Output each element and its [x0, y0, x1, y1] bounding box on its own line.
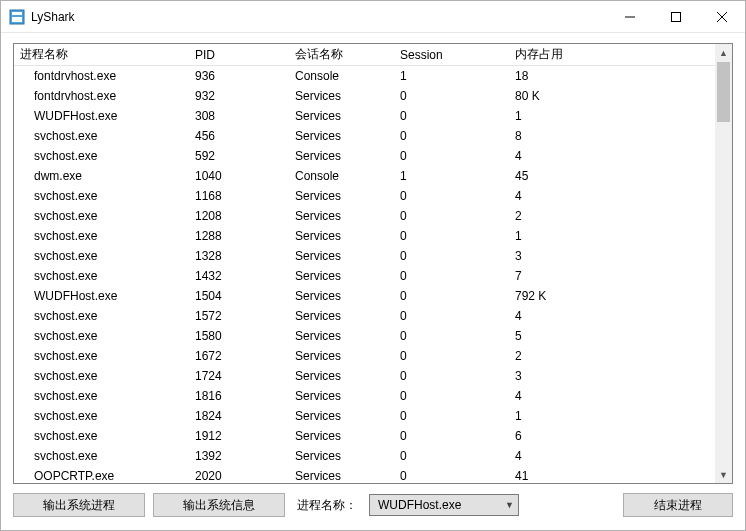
- table-row[interactable]: svchost.exe1816Services04: [14, 386, 732, 406]
- cell-name: svchost.exe: [14, 129, 189, 143]
- table-row[interactable]: svchost.exe1672Services02: [14, 346, 732, 366]
- table-row[interactable]: svchost.exe1580Services05: [14, 326, 732, 346]
- cell-pid: 1724: [189, 369, 289, 383]
- table-row[interactable]: svchost.exe1168Services04: [14, 186, 732, 206]
- maximize-button[interactable]: [653, 1, 699, 33]
- col-memory[interactable]: 内存占用: [509, 46, 699, 63]
- cell-session-name: Services: [289, 449, 394, 463]
- svg-rect-4: [672, 12, 681, 21]
- cell-session: 0: [394, 129, 509, 143]
- cell-name: WUDFHost.exe: [14, 289, 189, 303]
- output-info-button[interactable]: 输出系统信息: [153, 493, 285, 517]
- col-session[interactable]: Session: [394, 48, 509, 62]
- table-row[interactable]: WUDFHost.exe1504Services0792 K: [14, 286, 732, 306]
- process-list[interactable]: 进程名称 PID 会话名称 Session 内存占用 fontdrvhost.e…: [13, 43, 733, 484]
- titlebar: LyShark: [1, 1, 745, 33]
- cell-name: OOPCRTP.exe: [14, 469, 189, 483]
- cell-session-name: Services: [289, 369, 394, 383]
- client-area: 进程名称 PID 会话名称 Session 内存占用 fontdrvhost.e…: [1, 33, 745, 530]
- cell-session: 0: [394, 449, 509, 463]
- cell-session: 0: [394, 329, 509, 343]
- cell-session-name: Services: [289, 129, 394, 143]
- cell-memory: 41: [509, 469, 699, 483]
- scroll-down-icon[interactable]: ▼: [715, 466, 732, 483]
- cell-session-name: Services: [289, 409, 394, 423]
- cell-session-name: Services: [289, 89, 394, 103]
- cell-pid: 456: [189, 129, 289, 143]
- column-headers: 进程名称 PID 会话名称 Session 内存占用: [14, 44, 732, 66]
- cell-memory: 5: [509, 329, 699, 343]
- table-row[interactable]: OOPCRTP.exe2020Services041: [14, 466, 732, 483]
- cell-session-name: Services: [289, 309, 394, 323]
- chevron-down-icon: ▼: [505, 500, 514, 510]
- cell-session-name: Services: [289, 209, 394, 223]
- cell-session: 0: [394, 249, 509, 263]
- table-row[interactable]: fontdrvhost.exe936Console118: [14, 66, 732, 86]
- table-row[interactable]: svchost.exe1208Services02: [14, 206, 732, 226]
- cell-pid: 1392: [189, 449, 289, 463]
- cell-memory: 4: [509, 149, 699, 163]
- cell-session: 0: [394, 409, 509, 423]
- table-row[interactable]: svchost.exe1824Services01: [14, 406, 732, 426]
- end-process-button[interactable]: 结束进程: [623, 493, 733, 517]
- table-row[interactable]: dwm.exe1040Console145: [14, 166, 732, 186]
- cell-session-name: Services: [289, 349, 394, 363]
- cell-session-name: Services: [289, 109, 394, 123]
- cell-name: svchost.exe: [14, 449, 189, 463]
- output-process-button[interactable]: 输出系统进程: [13, 493, 145, 517]
- table-row[interactable]: svchost.exe1912Services06: [14, 426, 732, 446]
- process-combobox[interactable]: WUDFHost.exe ▼: [369, 494, 519, 516]
- table-row[interactable]: svchost.exe1288Services01: [14, 226, 732, 246]
- cell-memory: 4: [509, 309, 699, 323]
- col-name[interactable]: 进程名称: [14, 46, 189, 63]
- cell-name: svchost.exe: [14, 409, 189, 423]
- table-row[interactable]: svchost.exe456Services08: [14, 126, 732, 146]
- cell-session: 0: [394, 269, 509, 283]
- cell-name: dwm.exe: [14, 169, 189, 183]
- scroll-up-icon[interactable]: ▲: [715, 44, 732, 61]
- cell-memory: 4: [509, 449, 699, 463]
- svg-rect-1: [12, 12, 22, 15]
- table-row[interactable]: svchost.exe1328Services03: [14, 246, 732, 266]
- cell-pid: 1328: [189, 249, 289, 263]
- table-row[interactable]: fontdrvhost.exe932Services080 K: [14, 86, 732, 106]
- table-row[interactable]: svchost.exe1392Services04: [14, 446, 732, 466]
- col-session-name[interactable]: 会话名称: [289, 46, 394, 63]
- cell-memory: 4: [509, 389, 699, 403]
- cell-pid: 936: [189, 69, 289, 83]
- cell-memory: 2: [509, 349, 699, 363]
- rows-area: fontdrvhost.exe936Console118fontdrvhost.…: [14, 66, 732, 483]
- cell-memory: 3: [509, 249, 699, 263]
- app-icon: [9, 9, 25, 25]
- cell-pid: 1040: [189, 169, 289, 183]
- cell-name: svchost.exe: [14, 389, 189, 403]
- svg-line-5: [717, 12, 727, 22]
- cell-session-name: Console: [289, 69, 394, 83]
- cell-pid: 1572: [189, 309, 289, 323]
- scroll-thumb[interactable]: [717, 62, 730, 122]
- table-row[interactable]: WUDFHost.exe308Services01: [14, 106, 732, 126]
- vertical-scrollbar[interactable]: ▲ ▼: [715, 44, 732, 483]
- cell-pid: 592: [189, 149, 289, 163]
- col-pid[interactable]: PID: [189, 48, 289, 62]
- cell-pid: 1432: [189, 269, 289, 283]
- cell-session: 0: [394, 209, 509, 223]
- cell-session-name: Services: [289, 289, 394, 303]
- cell-session: 0: [394, 289, 509, 303]
- close-button[interactable]: [699, 1, 745, 33]
- cell-memory: 80 K: [509, 89, 699, 103]
- cell-session: 0: [394, 469, 509, 483]
- svg-line-6: [717, 12, 727, 22]
- bottom-toolbar: 输出系统进程 输出系统信息 进程名称： WUDFHost.exe ▼ 结束进程: [13, 492, 733, 518]
- table-row[interactable]: svchost.exe1572Services04: [14, 306, 732, 326]
- minimize-button[interactable]: [607, 1, 653, 33]
- cell-name: svchost.exe: [14, 209, 189, 223]
- cell-name: svchost.exe: [14, 249, 189, 263]
- table-row[interactable]: svchost.exe592Services04: [14, 146, 732, 166]
- table-row[interactable]: svchost.exe1432Services07: [14, 266, 732, 286]
- cell-memory: 1: [509, 229, 699, 243]
- cell-pid: 1580: [189, 329, 289, 343]
- process-name-label: 进程名称：: [293, 497, 361, 514]
- table-row[interactable]: svchost.exe1724Services03: [14, 366, 732, 386]
- svg-rect-2: [12, 17, 22, 22]
